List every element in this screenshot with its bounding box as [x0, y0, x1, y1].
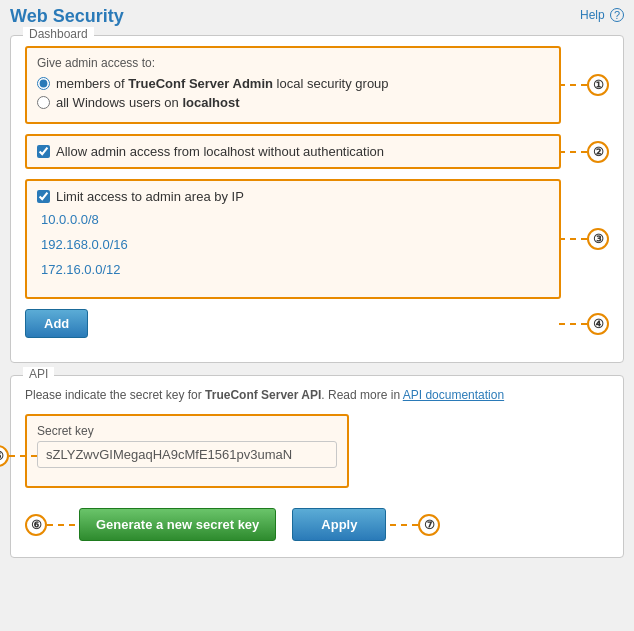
localhost-access-box: Allow admin access from localhost withou… — [25, 134, 561, 169]
api-legend: API — [23, 367, 54, 381]
annotation-6: ⑥ — [25, 514, 47, 536]
admin-access-block: Give admin access to: members of TrueCon… — [25, 46, 561, 124]
help-link[interactable]: Help ? — [580, 8, 624, 22]
ip-link-1[interactable]: 10.0.0.0/8 — [41, 212, 549, 227]
annotation-5: ⑤ — [0, 445, 9, 467]
dashed-line-5 — [9, 455, 37, 457]
annotation-1: ① — [587, 74, 609, 96]
add-block: Add ④ — [25, 309, 561, 338]
help-icon: ? — [610, 8, 624, 22]
ip-limit-box: Limit access to admin area by IP 10.0.0.… — [25, 179, 561, 299]
api-doc-link[interactable]: API documentation — [403, 388, 504, 402]
radio-row-members: members of TrueConf Server Admin local s… — [37, 76, 549, 91]
dashed-line-6 — [47, 524, 75, 526]
secret-key-label: Secret key — [37, 424, 337, 438]
dashed-line-3 — [559, 238, 587, 240]
localhost-label: Allow admin access from localhost withou… — [56, 144, 384, 159]
admin-access-box: Give admin access to: members of TrueCon… — [25, 46, 561, 124]
apply-button[interactable]: Apply — [292, 508, 386, 541]
radio-members[interactable] — [37, 77, 50, 90]
ip-link-2[interactable]: 192.168.0.0/16 — [41, 237, 549, 252]
annotation-3: ③ — [587, 228, 609, 250]
admin-access-label: Give admin access to: — [37, 56, 549, 70]
dashed-line-1 — [559, 84, 587, 86]
dashed-line-7 — [390, 524, 418, 526]
api-description: Please indicate the secret key for TrueC… — [25, 386, 609, 404]
dashboard-panel: Dashboard Give admin access to: members … — [10, 35, 624, 363]
api-trueconf-bold: TrueConf Server API — [205, 388, 321, 402]
ip-limit-label: Limit access to admin area by IP — [56, 189, 244, 204]
dashed-line-4 — [559, 323, 587, 325]
dashboard-legend: Dashboard — [23, 27, 94, 41]
ip-limit-checkbox[interactable] — [37, 190, 50, 203]
bold-trueconf-admin: TrueConf Server Admin — [128, 76, 273, 91]
secret-key-wrapper: Secret key — [25, 414, 349, 488]
bold-localhost: localhost — [182, 95, 239, 110]
ip-link-3[interactable]: 172.16.0.0/12 — [41, 262, 549, 277]
generate-button[interactable]: Generate a new secret key — [79, 508, 276, 541]
annotation-7: ⑦ — [418, 514, 440, 536]
secret-key-block: ⑤ Secret key — [25, 414, 609, 498]
secret-key-input[interactable] — [37, 441, 337, 468]
localhost-checkbox-row: Allow admin access from localhost withou… — [37, 144, 549, 159]
add-button[interactable]: Add — [25, 309, 88, 338]
ip-limit-block: Limit access to admin area by IP 10.0.0.… — [25, 179, 561, 299]
annotation-2: ② — [587, 141, 609, 163]
annotation-4: ④ — [587, 313, 609, 335]
page-title: Web Security — [10, 6, 624, 27]
dashed-line-2 — [559, 151, 587, 153]
localhost-access-block: Allow admin access from localhost withou… — [25, 134, 561, 169]
ip-limit-header: Limit access to admin area by IP — [37, 189, 549, 204]
api-panel: API Please indicate the secret key for T… — [10, 375, 624, 558]
localhost-checkbox[interactable] — [37, 145, 50, 158]
radio-windows[interactable] — [37, 96, 50, 109]
radio-row-windows: all Windows users on localhost — [37, 95, 549, 110]
api-buttons-row: ⑥ Generate a new secret key Apply ⑦ — [25, 508, 609, 541]
